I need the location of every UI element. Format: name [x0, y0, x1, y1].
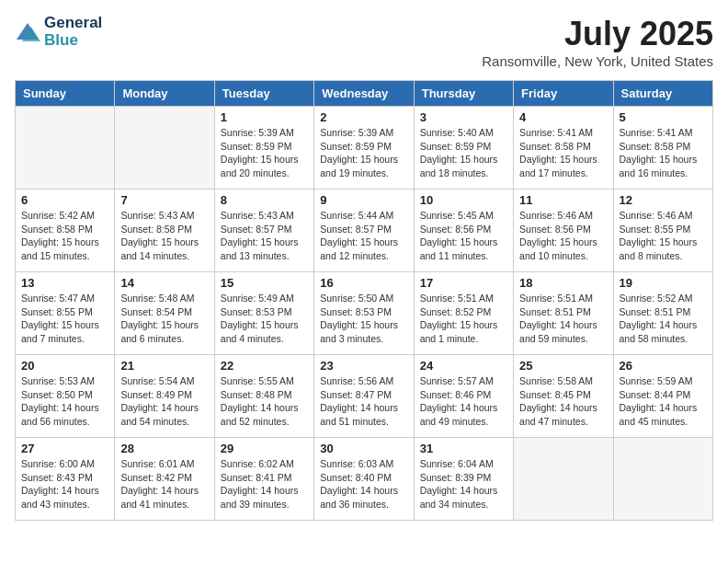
- day-number: 25: [519, 359, 607, 373]
- day-info: Sunrise: 5:46 AM Sunset: 8:55 PM Dayligh…: [620, 209, 707, 263]
- day-number: 24: [420, 359, 507, 373]
- weekday-header-monday: Monday: [115, 81, 214, 107]
- month-title: July 2025: [482, 15, 713, 53]
- calendar-cell: 17Sunrise: 5:51 AM Sunset: 8:52 PM Dayli…: [414, 272, 513, 355]
- day-number: 13: [21, 276, 108, 290]
- calendar-cell: 26Sunrise: 5:59 AM Sunset: 8:44 PM Dayli…: [613, 355, 712, 438]
- calendar-cell: 10Sunrise: 5:45 AM Sunset: 8:56 PM Dayli…: [414, 190, 513, 272]
- calendar-cell: [16, 107, 115, 190]
- calendar-cell: [514, 438, 613, 521]
- day-number: 14: [120, 276, 208, 290]
- calendar-cell: 15Sunrise: 5:49 AM Sunset: 8:53 PM Dayli…: [214, 272, 313, 355]
- calendar-cell: 16Sunrise: 5:50 AM Sunset: 8:53 PM Dayli…: [314, 272, 414, 355]
- day-number: 2: [320, 110, 407, 124]
- day-info: Sunrise: 6:02 AM Sunset: 8:41 PM Dayligh…: [221, 457, 308, 511]
- weekday-header-friday: Friday: [514, 81, 613, 107]
- calendar-cell: 9Sunrise: 5:44 AM Sunset: 8:57 PM Daylig…: [314, 190, 414, 272]
- day-number: 29: [221, 442, 308, 455]
- calendar-cell: 1Sunrise: 5:39 AM Sunset: 8:59 PM Daylig…: [214, 107, 313, 190]
- day-info: Sunrise: 6:04 AM Sunset: 8:39 PM Dayligh…: [420, 457, 507, 511]
- day-number: 19: [620, 276, 707, 290]
- day-info: Sunrise: 5:45 AM Sunset: 8:56 PM Dayligh…: [420, 209, 507, 263]
- calendar-cell: 2Sunrise: 5:39 AM Sunset: 8:59 PM Daylig…: [314, 107, 414, 190]
- day-info: Sunrise: 5:39 AM Sunset: 8:59 PM Dayligh…: [221, 126, 308, 180]
- day-number: 6: [21, 193, 108, 207]
- day-info: Sunrise: 5:47 AM Sunset: 8:55 PM Dayligh…: [21, 292, 108, 346]
- weekday-header-thursday: Thursday: [414, 81, 513, 107]
- day-number: 8: [221, 193, 308, 207]
- day-info: Sunrise: 5:46 AM Sunset: 8:56 PM Dayligh…: [519, 209, 607, 263]
- day-info: Sunrise: 6:03 AM Sunset: 8:40 PM Dayligh…: [320, 457, 407, 511]
- day-number: 21: [120, 359, 208, 373]
- weekday-header-wednesday: Wednesday: [314, 81, 414, 107]
- calendar-cell: 6Sunrise: 5:42 AM Sunset: 8:58 PM Daylig…: [16, 190, 115, 272]
- calendar-cell: 13Sunrise: 5:47 AM Sunset: 8:55 PM Dayli…: [16, 272, 115, 355]
- day-info: Sunrise: 5:58 AM Sunset: 8:45 PM Dayligh…: [519, 374, 607, 429]
- day-number: 23: [320, 359, 407, 373]
- day-number: 22: [221, 359, 308, 373]
- day-number: 10: [420, 193, 507, 207]
- day-number: 30: [320, 442, 407, 455]
- day-info: Sunrise: 5:39 AM Sunset: 8:59 PM Dayligh…: [320, 126, 407, 180]
- day-info: Sunrise: 5:52 AM Sunset: 8:51 PM Dayligh…: [620, 292, 707, 346]
- day-info: Sunrise: 6:01 AM Sunset: 8:42 PM Dayligh…: [120, 457, 208, 511]
- calendar-cell: [115, 107, 214, 190]
- calendar-cell: 28Sunrise: 6:01 AM Sunset: 8:42 PM Dayli…: [115, 438, 214, 521]
- weekday-header-sunday: Sunday: [16, 81, 115, 107]
- calendar-cell: 25Sunrise: 5:58 AM Sunset: 8:45 PM Dayli…: [514, 355, 613, 438]
- day-number: 18: [519, 276, 607, 290]
- location: Ransomville, New York, United States: [482, 53, 713, 69]
- day-number: 9: [320, 193, 407, 207]
- day-info: Sunrise: 5:43 AM Sunset: 8:58 PM Dayligh…: [120, 209, 208, 263]
- day-number: 15: [221, 276, 308, 290]
- week-row-2: 13Sunrise: 5:47 AM Sunset: 8:55 PM Dayli…: [16, 272, 713, 355]
- calendar-cell: 27Sunrise: 6:00 AM Sunset: 8:43 PM Dayli…: [16, 438, 115, 521]
- day-info: Sunrise: 5:49 AM Sunset: 8:53 PM Dayligh…: [221, 292, 308, 346]
- day-info: Sunrise: 6:00 AM Sunset: 8:43 PM Dayligh…: [21, 457, 108, 511]
- day-info: Sunrise: 5:56 AM Sunset: 8:47 PM Dayligh…: [320, 374, 407, 429]
- calendar-cell: [613, 438, 712, 521]
- calendar-cell: 21Sunrise: 5:54 AM Sunset: 8:49 PM Dayli…: [115, 355, 214, 438]
- page-header: General Blue July 2025 Ransomville, New …: [15, 15, 713, 69]
- title-block: July 2025 Ransomville, New York, United …: [482, 15, 713, 69]
- calendar-cell: 12Sunrise: 5:46 AM Sunset: 8:55 PM Dayli…: [613, 190, 712, 272]
- day-number: 11: [519, 193, 607, 207]
- day-info: Sunrise: 5:41 AM Sunset: 8:58 PM Dayligh…: [620, 126, 707, 180]
- day-number: 27: [21, 442, 108, 455]
- week-row-1: 6Sunrise: 5:42 AM Sunset: 8:58 PM Daylig…: [16, 190, 713, 272]
- calendar-cell: 31Sunrise: 6:04 AM Sunset: 8:39 PM Dayli…: [414, 438, 513, 521]
- day-number: 20: [21, 359, 108, 373]
- day-info: Sunrise: 5:59 AM Sunset: 8:44 PM Dayligh…: [620, 374, 707, 429]
- day-info: Sunrise: 5:40 AM Sunset: 8:59 PM Dayligh…: [420, 126, 507, 180]
- day-number: 31: [420, 442, 507, 455]
- calendar-cell: 4Sunrise: 5:41 AM Sunset: 8:58 PM Daylig…: [514, 107, 613, 190]
- day-number: 1: [221, 110, 308, 124]
- day-number: 12: [620, 193, 707, 207]
- week-row-3: 20Sunrise: 5:53 AM Sunset: 8:50 PM Dayli…: [16, 355, 713, 438]
- day-info: Sunrise: 5:55 AM Sunset: 8:48 PM Dayligh…: [221, 374, 308, 429]
- day-number: 16: [320, 276, 407, 290]
- weekday-header-tuesday: Tuesday: [214, 81, 313, 107]
- day-info: Sunrise: 5:54 AM Sunset: 8:49 PM Dayligh…: [120, 374, 208, 429]
- day-info: Sunrise: 5:51 AM Sunset: 8:52 PM Dayligh…: [420, 292, 507, 346]
- day-info: Sunrise: 5:43 AM Sunset: 8:57 PM Dayligh…: [221, 209, 308, 263]
- day-number: 17: [420, 276, 507, 290]
- weekday-header-row: SundayMondayTuesdayWednesdayThursdayFrid…: [16, 81, 713, 107]
- calendar-cell: 23Sunrise: 5:56 AM Sunset: 8:47 PM Dayli…: [314, 355, 414, 438]
- logo-text: General Blue: [44, 15, 102, 49]
- calendar-cell: 11Sunrise: 5:46 AM Sunset: 8:56 PM Dayli…: [514, 190, 613, 272]
- day-number: 4: [519, 110, 607, 124]
- calendar-cell: 20Sunrise: 5:53 AM Sunset: 8:50 PM Dayli…: [16, 355, 115, 438]
- calendar-cell: 5Sunrise: 5:41 AM Sunset: 8:58 PM Daylig…: [613, 107, 712, 190]
- day-number: 26: [620, 359, 707, 373]
- day-info: Sunrise: 5:57 AM Sunset: 8:46 PM Dayligh…: [420, 374, 507, 429]
- weekday-header-saturday: Saturday: [613, 81, 712, 107]
- calendar-cell: 30Sunrise: 6:03 AM Sunset: 8:40 PM Dayli…: [314, 438, 414, 521]
- calendar-cell: 24Sunrise: 5:57 AM Sunset: 8:46 PM Dayli…: [414, 355, 513, 438]
- logo: General Blue: [15, 15, 102, 49]
- calendar-cell: 7Sunrise: 5:43 AM Sunset: 8:58 PM Daylig…: [115, 190, 214, 272]
- calendar-cell: 18Sunrise: 5:51 AM Sunset: 8:51 PM Dayli…: [514, 272, 613, 355]
- day-info: Sunrise: 5:50 AM Sunset: 8:53 PM Dayligh…: [320, 292, 407, 346]
- day-number: 7: [120, 193, 208, 207]
- calendar-cell: 3Sunrise: 5:40 AM Sunset: 8:59 PM Daylig…: [414, 107, 513, 190]
